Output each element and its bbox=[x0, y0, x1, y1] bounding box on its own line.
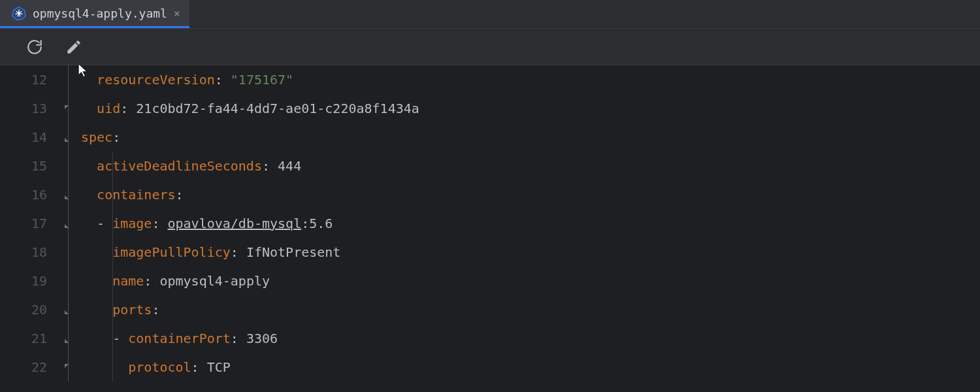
code-line: imagePullPolicy: IfNotPresent bbox=[81, 238, 980, 267]
line-number: 18 bbox=[0, 238, 47, 267]
code-editor[interactable]: 12 13 14 15 16 17 18 19 20 21 22 bbox=[0, 65, 980, 392]
file-tab-title: opmysql4-apply.yaml bbox=[33, 7, 167, 20]
line-number: 19 bbox=[0, 267, 47, 295]
code-line: resourceVersion: "175167" bbox=[81, 65, 980, 94]
line-number: 12 bbox=[0, 65, 47, 94]
file-tab[interactable]: opmysql4-apply.yaml × bbox=[0, 0, 189, 28]
line-number: 20 bbox=[0, 295, 47, 324]
editor-toolbar bbox=[0, 29, 980, 65]
code-line: name: opmysql4-apply bbox=[81, 267, 980, 295]
fold-handle-icon[interactable] bbox=[63, 132, 74, 144]
fold-handle-icon[interactable] bbox=[63, 362, 74, 374]
code-line: activeDeadlineSeconds: 444 bbox=[81, 152, 980, 180]
image-link[interactable]: opavlova/db-mysql bbox=[168, 216, 302, 231]
fold-gutter bbox=[59, 65, 81, 392]
refresh-button[interactable] bbox=[25, 37, 44, 57]
line-number: 16 bbox=[0, 180, 47, 209]
code-line: ports: bbox=[81, 295, 980, 324]
code-line: uid: 21c0bd72-fa44-4dd7-ae01-c220a8f1434… bbox=[81, 94, 980, 123]
fold-handle-icon[interactable] bbox=[63, 103, 74, 115]
code-line: - image: opavlova/db-mysql:5.6 bbox=[81, 209, 980, 238]
line-number: 17 bbox=[0, 209, 47, 238]
line-number: 22 bbox=[0, 353, 47, 382]
code-area[interactable]: resourceVersion: "175167" uid: 21c0bd72-… bbox=[81, 65, 980, 392]
code-line: containers: bbox=[81, 180, 980, 209]
close-tab-icon[interactable]: × bbox=[174, 7, 180, 20]
line-number: 15 bbox=[0, 152, 47, 180]
fold-handle-icon[interactable] bbox=[63, 218, 74, 230]
kubernetes-icon bbox=[12, 6, 26, 20]
code-line: - containerPort: 3306 bbox=[81, 324, 980, 353]
fold-handle-icon[interactable] bbox=[63, 189, 74, 201]
line-number-gutter: 12 13 14 15 16 17 18 19 20 21 22 bbox=[0, 65, 59, 392]
edit-button[interactable] bbox=[64, 37, 84, 57]
tab-bar: opmysql4-apply.yaml × bbox=[0, 0, 980, 29]
line-number: 21 bbox=[0, 324, 47, 353]
fold-handle-icon[interactable] bbox=[63, 333, 74, 345]
fold-handle-icon[interactable] bbox=[63, 304, 74, 316]
code-line: protocol: TCP bbox=[81, 353, 980, 382]
line-number: 14 bbox=[0, 123, 47, 152]
line-number: 13 bbox=[0, 94, 47, 123]
code-line: spec: bbox=[81, 123, 980, 152]
